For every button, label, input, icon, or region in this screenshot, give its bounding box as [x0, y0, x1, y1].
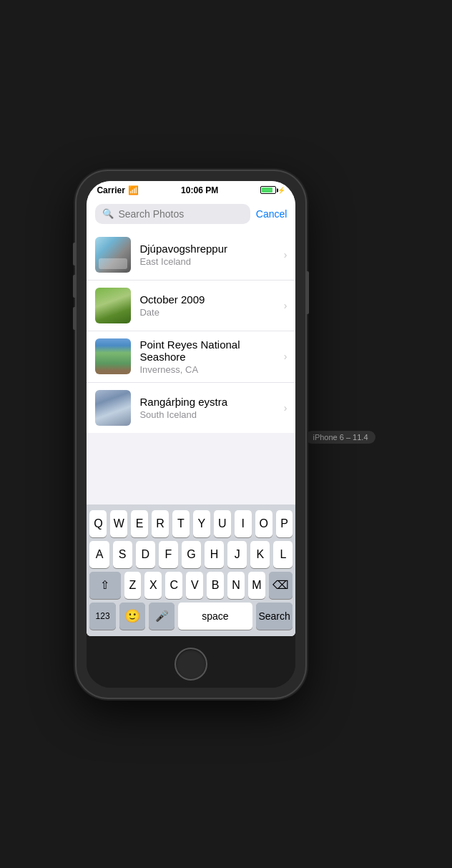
list-thumb — [95, 390, 131, 426]
list-text: Djúpavogshreppur East Iceland — [139, 243, 275, 267]
key-i[interactable]: I — [235, 510, 252, 537]
key-q[interactable]: Q — [89, 510, 107, 537]
chevron-icon: › — [284, 402, 288, 414]
battery-indicator: ⚡ — [260, 186, 285, 194]
search-input[interactable] — [118, 208, 242, 220]
key-g[interactable]: G — [182, 541, 201, 568]
list-item[interactable]: Point Reyes National Seashore Inverness,… — [87, 331, 295, 383]
search-input-wrapper[interactable]: 🔍 — [95, 204, 250, 224]
key-c[interactable]: C — [165, 572, 182, 599]
emoji-key[interactable]: 🙂 — [119, 603, 145, 630]
space-key[interactable]: space — [178, 603, 252, 630]
screen: Carrier 📶 10:06 PM ⚡ 🔍 Cancel — [87, 181, 295, 636]
list-item[interactable]: Rangárþing eystra South Iceland › — [87, 383, 295, 433]
search-results-list: Djúpavogshreppur East Iceland › October … — [87, 230, 295, 433]
home-button-area — [87, 636, 295, 688]
list-item[interactable]: Djúpavogshreppur East Iceland › — [87, 230, 295, 281]
key-o[interactable]: O — [255, 510, 272, 537]
mic-key[interactable]: 🎤 — [149, 603, 175, 630]
key-t[interactable]: T — [172, 510, 190, 537]
key-r[interactable]: R — [152, 510, 169, 537]
keyboard-row-2: ASDFGHJKL — [89, 541, 293, 568]
list-item-title: October 2009 — [139, 293, 275, 306]
search-icon: 🔍 — [102, 208, 114, 219]
shift-key[interactable]: ⇧ — [89, 572, 120, 599]
list-item-title: Djúpavogshreppur — [139, 243, 275, 255]
carrier-text: Carrier — [97, 185, 124, 195]
list-text: October 2009 Date — [139, 293, 275, 318]
key-h[interactable]: H — [205, 541, 224, 568]
status-time: 10:06 PM — [181, 185, 218, 195]
list-item-subtitle: South Iceland — [139, 409, 275, 420]
charging-icon: ⚡ — [277, 187, 285, 194]
keyboard-row-1: QWERTYUIOP — [89, 510, 293, 537]
chevron-icon: › — [284, 300, 288, 311]
phone-screen-area: Carrier 📶 10:06 PM ⚡ 🔍 Cancel — [87, 181, 295, 688]
keyboard-row-3: ⇧ ZXCVBNM⌫ — [89, 572, 293, 599]
chevron-icon: › — [284, 249, 288, 260]
device-label: iPhone 6 – 11.4 — [305, 433, 375, 442]
key-s[interactable]: S — [113, 541, 132, 568]
key-j[interactable]: J — [227, 541, 247, 568]
search-bar: 🔍 Cancel — [87, 198, 295, 230]
list-thumb — [95, 237, 131, 273]
cancel-button[interactable]: Cancel — [256, 208, 288, 220]
list-text: Rangárþing eystra South Iceland — [139, 396, 275, 420]
home-button[interactable] — [175, 648, 207, 681]
empty-content-area — [87, 433, 295, 504]
battery-fill — [262, 187, 272, 192]
search-key[interactable]: Search — [256, 603, 293, 630]
wifi-icon: 📶 — [128, 185, 139, 195]
key-w[interactable]: W — [110, 510, 127, 537]
keyboard-row-4: 123 🙂 🎤 space Search — [89, 603, 293, 630]
keyboard: QWERTYUIOP ASDFGHJKL ⇧ ZXCVBNM⌫ 123 🙂 🎤 … — [87, 504, 295, 636]
list-thumb — [95, 288, 131, 323]
key-v[interactable]: V — [186, 572, 203, 599]
list-item-subtitle: Date — [139, 307, 275, 318]
carrier-info: Carrier 📶 — [97, 185, 138, 195]
status-bar: Carrier 📶 10:06 PM ⚡ — [87, 181, 295, 198]
key-f[interactable]: F — [159, 541, 178, 568]
list-text: Point Reyes National Seashore Inverness,… — [139, 338, 275, 375]
chevron-icon: › — [284, 351, 288, 362]
list-item-title: Point Reyes National Seashore — [139, 338, 275, 363]
key-x[interactable]: X — [144, 572, 162, 599]
key-z[interactable]: Z — [124, 572, 142, 599]
key-u[interactable]: U — [214, 510, 231, 537]
key-b[interactable]: B — [207, 572, 224, 599]
battery-icon — [260, 186, 276, 194]
key-d[interactable]: D — [136, 541, 155, 568]
list-item-title: Rangárþing eystra — [139, 396, 275, 408]
list-item-subtitle: Inverness, CA — [139, 364, 275, 375]
list-item[interactable]: October 2009 Date › — [87, 281, 295, 331]
list-thumb — [95, 338, 131, 374]
key-a[interactable]: A — [89, 541, 109, 568]
key-m[interactable]: M — [248, 572, 265, 599]
key-l[interactable]: L — [273, 541, 293, 568]
key-n[interactable]: N — [227, 572, 245, 599]
numbers-key[interactable]: 123 — [89, 603, 115, 630]
phone-frame: Carrier 📶 10:06 PM ⚡ 🔍 Cancel — [77, 171, 305, 698]
key-e[interactable]: E — [131, 510, 148, 537]
key-p[interactable]: P — [276, 510, 293, 537]
key-y[interactable]: Y — [193, 510, 210, 537]
backspace-key[interactable]: ⌫ — [269, 572, 293, 599]
list-item-subtitle: East Iceland — [139, 256, 275, 267]
key-k[interactable]: K — [250, 541, 270, 568]
